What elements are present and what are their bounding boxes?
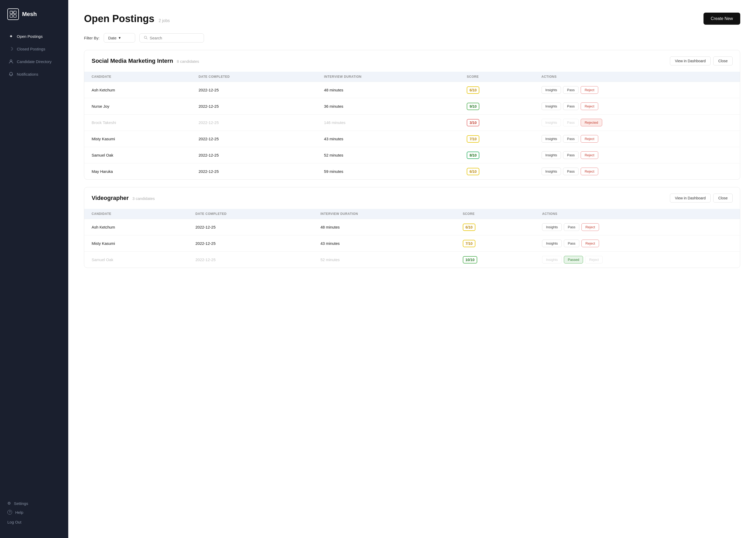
insights-button[interactable]: Insights bbox=[542, 86, 561, 94]
date-filter[interactable]: Date ▾ bbox=[104, 33, 135, 42]
job-actions: View in Dashboard Close bbox=[670, 193, 732, 202]
pass-button[interactable]: Pass bbox=[564, 223, 579, 231]
score-cell: 6/10 bbox=[459, 163, 534, 180]
candidate-name: May Haruka bbox=[84, 163, 191, 180]
svg-line-8 bbox=[147, 38, 148, 39]
col-interview-duration: INTERVIEW DURATION bbox=[316, 72, 459, 82]
interview-duration: 36 minutes bbox=[316, 98, 459, 115]
col-score: SCORE bbox=[455, 209, 535, 219]
pass-button[interactable]: Pass bbox=[563, 86, 579, 94]
close-posting-button[interactable]: Close bbox=[713, 193, 732, 202]
score-badge: 6/10 bbox=[467, 168, 479, 175]
create-new-button[interactable]: Create New bbox=[703, 13, 740, 25]
date-completed: 2022-12-25 bbox=[191, 147, 317, 163]
action-cell: Insights Passed Reject bbox=[535, 252, 740, 268]
sidebar-item-candidate-directory[interactable]: Candidate Directory bbox=[4, 56, 64, 67]
col-actions: ACTIONS bbox=[534, 72, 740, 82]
table-row: Misty Kasumi 2022-12-25 43 minutes 7/10 … bbox=[84, 131, 740, 147]
candidate-name: Nurse Joy bbox=[84, 98, 191, 115]
candidate-name: Brock Takeshi bbox=[84, 115, 191, 131]
candidate-name: Ash Ketchum bbox=[84, 219, 188, 235]
pass-button[interactable]: Pass bbox=[563, 135, 579, 143]
action-cell: Insights Pass Reject bbox=[534, 82, 740, 98]
action-cell: Insights Pass Reject bbox=[534, 163, 740, 180]
pass-button[interactable]: Pass bbox=[563, 102, 579, 110]
sidebar-item-settings[interactable]: ⚙ Settings bbox=[7, 501, 61, 506]
col-candidate: CANDIDATE bbox=[84, 72, 191, 82]
score-cell: 7/10 bbox=[455, 235, 535, 252]
main-nav: ✦ Open Postings ☽ Closed Postings Candid… bbox=[0, 30, 68, 497]
logo-icon bbox=[7, 8, 19, 20]
reject-button[interactable]: Reject bbox=[581, 135, 598, 143]
insights-button[interactable]: Insights bbox=[542, 168, 561, 175]
action-cell: Insights Pass Reject bbox=[534, 98, 740, 115]
score-badge: 10/10 bbox=[463, 256, 477, 263]
sidebar-item-open-postings[interactable]: ✦ Open Postings bbox=[4, 30, 64, 42]
insights-button[interactable]: Insights bbox=[542, 102, 561, 110]
reject-button[interactable]: Reject bbox=[581, 102, 598, 110]
date-completed: 2022-12-25 bbox=[191, 115, 317, 131]
insights-button[interactable]: Insights bbox=[542, 119, 561, 126]
insights-button[interactable]: Insights bbox=[542, 240, 562, 247]
pass-button[interactable]: Passed bbox=[564, 256, 583, 263]
insights-button[interactable]: Insights bbox=[542, 151, 561, 159]
logout-button[interactable]: Log Out bbox=[7, 519, 61, 525]
sidebar-item-closed-postings[interactable]: ☽ Closed Postings bbox=[4, 43, 64, 55]
reject-button[interactable]: Reject bbox=[582, 223, 599, 231]
job-actions: View in Dashboard Close bbox=[670, 56, 732, 65]
sidebar-item-notifications[interactable]: Notifications bbox=[4, 68, 64, 80]
search-box[interactable] bbox=[139, 33, 204, 42]
table-row: May Haruka 2022-12-25 59 minutes 6/10 In… bbox=[84, 163, 740, 180]
table-header-row: CANDIDATE DATE COMPLETED INTERVIEW DURAT… bbox=[84, 209, 740, 219]
action-buttons: Insights Pass Reject bbox=[542, 223, 732, 231]
sidebar-item-label: Open Postings bbox=[17, 34, 42, 39]
interview-duration: 52 minutes bbox=[313, 252, 455, 268]
date-completed: 2022-12-25 bbox=[191, 163, 317, 180]
reject-button[interactable]: Reject bbox=[585, 256, 603, 263]
score-badge: 7/10 bbox=[463, 240, 475, 247]
sidebar-item-help[interactable]: ? Help bbox=[7, 510, 61, 514]
sidebar-item-label: Candidate Directory bbox=[17, 59, 52, 64]
view-dashboard-button[interactable]: View in Dashboard bbox=[670, 56, 711, 65]
pass-button[interactable]: Pass bbox=[563, 168, 579, 175]
candidate-name: Samuel Oak bbox=[84, 147, 191, 163]
col-score: SCORE bbox=[459, 72, 534, 82]
page-title: Open Postings bbox=[84, 13, 154, 25]
table-header-row: CANDIDATE DATE COMPLETED INTERVIEW DURAT… bbox=[84, 72, 740, 82]
app-logo: Mesh bbox=[0, 8, 68, 30]
score-cell: 9/10 bbox=[459, 98, 534, 115]
col-actions: ACTIONS bbox=[535, 209, 740, 219]
pass-button[interactable]: Pass bbox=[563, 119, 579, 126]
table-row: Ash Ketchum 2022-12-25 48 minutes 6/10 I… bbox=[84, 219, 740, 235]
filter-bar: Filter By: Date ▾ bbox=[84, 33, 740, 42]
close-posting-button[interactable]: Close bbox=[713, 56, 732, 65]
candidate-name: Ash Ketchum bbox=[84, 82, 191, 98]
table-row: Ash Ketchum 2022-12-25 48 minutes 6/10 I… bbox=[84, 82, 740, 98]
table-row: Misty Kasumi 2022-12-25 43 minutes 7/10 … bbox=[84, 235, 740, 252]
reject-button[interactable]: Reject bbox=[581, 86, 598, 94]
interview-duration: 48 minutes bbox=[316, 82, 459, 98]
reject-button[interactable]: Reject bbox=[581, 168, 598, 175]
spark-icon: ✦ bbox=[8, 34, 14, 39]
candidates-tbody: Ash Ketchum 2022-12-25 48 minutes 6/10 I… bbox=[84, 82, 740, 180]
sidebar: Mesh ✦ Open Postings ☽ Closed Postings C… bbox=[0, 0, 68, 538]
date-completed: 2022-12-25 bbox=[188, 235, 313, 252]
score-cell: 6/10 bbox=[455, 219, 535, 235]
reject-button[interactable]: Reject bbox=[582, 240, 599, 247]
col-date-completed: DATE COMPLETED bbox=[191, 72, 317, 82]
reject-button[interactable]: Rejected bbox=[581, 119, 602, 126]
interview-duration: 43 minutes bbox=[316, 131, 459, 147]
interview-duration: 146 minutes bbox=[316, 115, 459, 131]
jobs-count: 2 jobs bbox=[159, 19, 170, 23]
insights-button[interactable]: Insights bbox=[542, 256, 562, 263]
insights-button[interactable]: Insights bbox=[542, 135, 561, 143]
date-completed: 2022-12-25 bbox=[188, 252, 313, 268]
job-title-group: Videographer 3 candidates bbox=[92, 195, 155, 201]
insights-button[interactable]: Insights bbox=[542, 223, 562, 231]
view-dashboard-button[interactable]: View in Dashboard bbox=[670, 193, 711, 202]
search-input[interactable] bbox=[150, 36, 200, 40]
pass-button[interactable]: Pass bbox=[563, 151, 579, 159]
reject-button[interactable]: Reject bbox=[581, 151, 598, 159]
pass-button[interactable]: Pass bbox=[564, 240, 579, 247]
candidates-table: CANDIDATE DATE COMPLETED INTERVIEW DURAT… bbox=[84, 72, 740, 180]
